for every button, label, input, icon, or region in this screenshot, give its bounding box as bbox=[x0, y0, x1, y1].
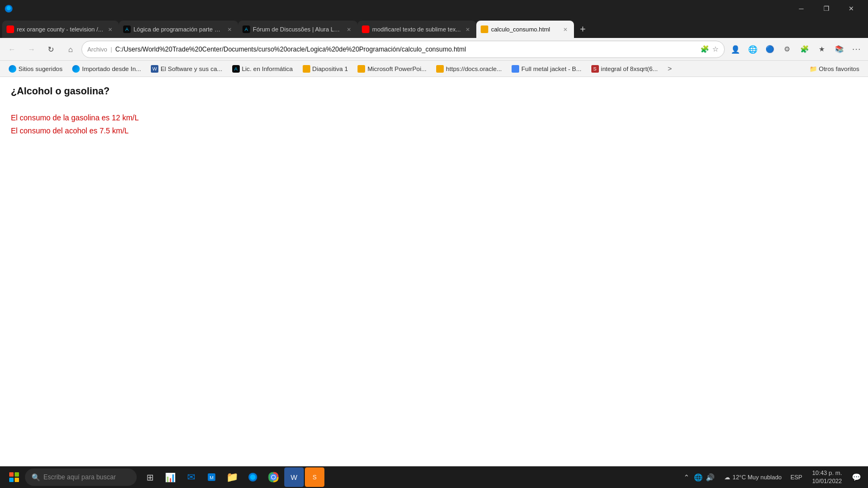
bookmark-oracle[interactable]: https://docs.oracle... bbox=[432, 63, 506, 74]
close-button[interactable]: ✕ bbox=[839, 0, 864, 17]
new-tab-button[interactable]: + bbox=[574, 21, 591, 38]
collections-button-2[interactable]: 📚 bbox=[831, 41, 847, 57]
bookmark-sitios-favicon bbox=[9, 65, 16, 73]
tab-4[interactable]: modificarel texto de sublime tex... ✕ bbox=[358, 21, 476, 38]
tab-1-close[interactable]: ✕ bbox=[106, 25, 114, 34]
bookmark-diapositiva-favicon bbox=[303, 65, 310, 73]
folder-icon: 📁 bbox=[809, 65, 817, 73]
tab-3-close[interactable]: ✕ bbox=[344, 25, 353, 34]
bookmark-metal-favicon bbox=[512, 65, 519, 73]
forward-button[interactable]: → bbox=[23, 41, 40, 58]
bookmark-sitios-sugeridos[interactable]: Sitios sugeridos bbox=[4, 63, 67, 74]
bookmark-others-folder[interactable]: 📁 Otros favoritos bbox=[805, 63, 864, 74]
title-bar-left bbox=[4, 4, 13, 13]
tab-2-close[interactable]: ✕ bbox=[225, 25, 234, 34]
bookmark-lic-favicon: A bbox=[232, 65, 240, 73]
alcohol-value: 7.5 km/L bbox=[99, 126, 129, 135]
bookmark-importado[interactable]: Importado desde In... bbox=[68, 63, 145, 74]
bookmark-sitios-label: Sitios sugeridos bbox=[18, 66, 62, 72]
toolbar-icons: 👤 🌐 🔵 ⚙ 🧩 ★ 📚 ··· bbox=[727, 41, 865, 57]
bookmark-diapositiva[interactable]: Diapositiva 1 bbox=[298, 63, 353, 74]
tab-2-favicon: A bbox=[123, 25, 131, 33]
title-bar-controls: ─ ❐ ✕ bbox=[789, 0, 864, 17]
tab-1-favicon bbox=[7, 25, 14, 33]
address-input[interactable] bbox=[116, 46, 697, 53]
bookmark-diapositiva-label: Diapositiva 1 bbox=[312, 66, 348, 72]
page-heading: ¿Alcohol o gasolina? bbox=[11, 86, 857, 97]
tab-5[interactable]: calculo_consumo.html ✕ bbox=[476, 21, 574, 38]
alcohol-line: El consumo del acohol es 7.5 km/L bbox=[11, 126, 857, 135]
tab-1[interactable]: rex orange county - television /... ✕ bbox=[2, 21, 119, 38]
tab-5-label: calculo_consumo.html bbox=[491, 26, 558, 33]
home-button[interactable]: ⌂ bbox=[62, 41, 79, 58]
title-bar: ─ ❐ ✕ bbox=[0, 0, 868, 17]
tab-2[interactable]: A Lógica de programación parte 1... ✕ bbox=[119, 21, 238, 38]
bookmark-ppt-favicon bbox=[358, 65, 365, 73]
toolbar: ← → ↻ ⌂ Archivo | 🧩 ☆ 👤 🌐 🔵 ⚙ 🧩 ★ 📚 ··· bbox=[0, 38, 868, 61]
settings-button[interactable]: ⚙ bbox=[779, 41, 795, 57]
more-button[interactable]: ··· bbox=[848, 41, 865, 57]
address-protocol-label: Archivo bbox=[87, 46, 107, 53]
bookmark-ppt[interactable]: Microsoft PowerPoi... bbox=[353, 63, 431, 74]
profile-button[interactable]: 👤 bbox=[727, 41, 743, 57]
refresh-button[interactable]: ↻ bbox=[42, 41, 60, 58]
tab-4-close[interactable]: ✕ bbox=[463, 25, 472, 34]
bookmark-software[interactable]: W El Software y sus ca... bbox=[146, 63, 227, 74]
address-bar-wrap: Archivo | 🧩 ☆ bbox=[81, 41, 725, 58]
tab-3-label: Fórum de Discussões | Alura Lat... bbox=[253, 26, 342, 33]
bookmark-importado-favicon bbox=[72, 65, 80, 73]
tab-5-close[interactable]: ✕ bbox=[561, 25, 570, 34]
bookmark-lic-label: Lic. en Informática bbox=[242, 66, 293, 72]
bookmark-oracle-favicon bbox=[436, 65, 444, 73]
bookmark-integral-favicon: S bbox=[591, 65, 599, 73]
bookmark-software-favicon: W bbox=[151, 65, 158, 73]
tab-4-label: modificarel texto de sublime tex... bbox=[372, 26, 461, 33]
alcohol-prefix: El consumo del acohol es bbox=[11, 126, 99, 135]
favorites-button[interactable]: ★ bbox=[814, 41, 830, 57]
tab-bar: rex orange county - television /... ✕ A … bbox=[0, 17, 868, 38]
bookmark-integral-label: integral of 8xsqrt(6... bbox=[601, 66, 658, 72]
bookmark-integral[interactable]: S integral of 8xsqrt(6... bbox=[587, 63, 662, 74]
bookmark-others-label: Otros favoritos bbox=[819, 66, 859, 72]
edge-logo-icon bbox=[4, 4, 13, 13]
bookmark-metal-label: Full metal jacket - B... bbox=[521, 66, 582, 72]
gasoline-line: El consumo de la gasolina es 12 km/L bbox=[11, 113, 857, 122]
bookmark-lic[interactable]: A Lic. en Informática bbox=[228, 63, 297, 74]
minimize-button[interactable]: ─ bbox=[789, 0, 814, 17]
bookmark-metal[interactable]: Full metal jacket - B... bbox=[507, 63, 586, 74]
tab-1-label: rex orange county - television /... bbox=[17, 26, 103, 33]
address-extension-icon: 🧩 bbox=[700, 45, 709, 53]
bookmark-importado-label: Importado desde In... bbox=[82, 66, 141, 72]
page-content: ¿Alcohol o gasolina? El consumo de la ga… bbox=[0, 77, 868, 466]
extensions-button[interactable]: 🧩 bbox=[796, 41, 813, 57]
collections-button[interactable]: 🌐 bbox=[744, 41, 761, 57]
tab-5-favicon bbox=[481, 25, 488, 33]
bookmark-software-label: El Software y sus ca... bbox=[161, 66, 222, 72]
address-star-icon[interactable]: ☆ bbox=[712, 45, 719, 53]
edge-icon-button[interactable]: 🔵 bbox=[762, 41, 778, 57]
tab-2-label: Lógica de programación parte 1... bbox=[133, 26, 222, 33]
tab-3-favicon: A bbox=[242, 25, 250, 33]
tab-3[interactable]: A Fórum de Discussões | Alura Lat... ✕ bbox=[238, 21, 358, 38]
restore-button[interactable]: ❐ bbox=[814, 0, 839, 17]
bookmark-ppt-label: Microsoft PowerPoi... bbox=[367, 66, 426, 72]
bookmark-oracle-label: https://docs.oracle... bbox=[446, 66, 502, 72]
bookmarks-bar: Sitios sugeridos Importado desde In... W… bbox=[0, 61, 868, 77]
bookmarks-more-button[interactable]: > bbox=[663, 62, 676, 75]
tab-4-favicon bbox=[362, 25, 369, 33]
back-button[interactable]: ← bbox=[3, 41, 21, 58]
gasoline-prefix: El consumo de la gasolina es bbox=[11, 113, 112, 122]
gasoline-value: 12 km/L bbox=[112, 113, 139, 122]
